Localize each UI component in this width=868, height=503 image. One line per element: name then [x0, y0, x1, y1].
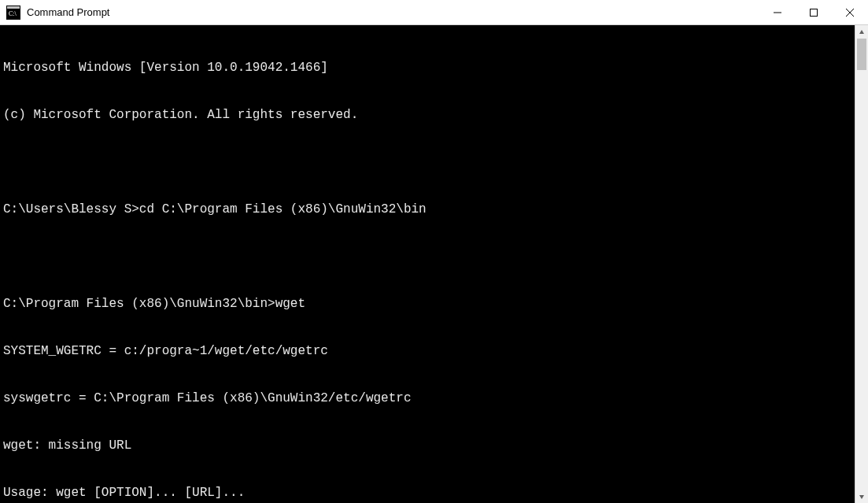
scroll-track[interactable] — [855, 39, 868, 490]
maximize-button[interactable] — [796, 0, 832, 24]
cmd-icon: C:\ — [6, 6, 20, 20]
terminal-line: (c) Microsoft Corporation. All rights re… — [3, 107, 851, 123]
terminal-output[interactable]: Microsoft Windows [Version 10.0.19042.14… — [0, 25, 855, 503]
scroll-up-icon[interactable] — [855, 25, 868, 39]
terminal-line: SYSTEM_WGETRC = c:/progra~1/wget/etc/wge… — [3, 343, 851, 359]
terminal-line: C:\Program Files (x86)\GnuWin32\bin>wget — [3, 296, 851, 312]
svg-rect-1 — [7, 6, 20, 9]
svg-marker-8 — [859, 495, 864, 499]
terminal-line: Microsoft Windows [Version 10.0.19042.14… — [3, 60, 851, 76]
vertical-scrollbar[interactable] — [855, 25, 868, 503]
window-controls — [759, 0, 868, 24]
terminal-line: syswgetrc = C:\Program Files (x86)\GnuWi… — [3, 390, 851, 406]
svg-rect-4 — [811, 9, 818, 16]
terminal-blank — [3, 249, 851, 264]
scroll-thumb[interactable] — [857, 39, 866, 70]
terminal-line: wget: missing URL — [3, 438, 851, 453]
svg-text:C:\: C:\ — [9, 10, 17, 17]
window-title: Command Prompt — [27, 6, 759, 18]
svg-marker-7 — [859, 30, 864, 34]
close-button[interactable] — [832, 0, 868, 24]
titlebar[interactable]: C:\ Command Prompt — [0, 0, 868, 25]
client-area: Microsoft Windows [Version 10.0.19042.14… — [0, 25, 868, 503]
terminal-line: C:\Users\Blessy S>cd C:\Program Files (x… — [3, 202, 851, 217]
scroll-down-icon[interactable] — [855, 490, 868, 503]
terminal-blank — [3, 154, 851, 170]
minimize-button[interactable] — [759, 0, 796, 24]
terminal-line: Usage: wget [OPTION]... [URL]... — [3, 485, 851, 501]
